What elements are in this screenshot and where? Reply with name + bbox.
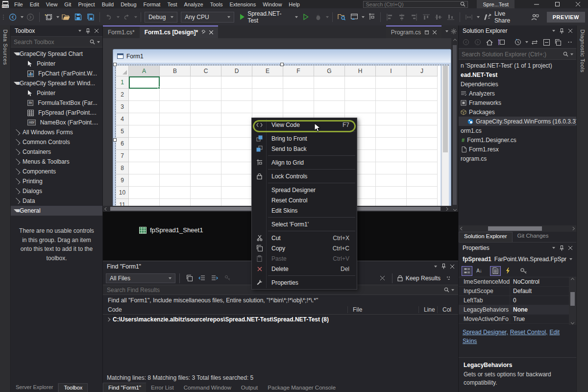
grid-cell[interactable] <box>252 101 283 113</box>
grid-cell[interactable] <box>191 76 221 89</box>
toolbar-overflow-caret[interactable] <box>477 16 480 18</box>
tab-program-cs[interactable]: Program.cs <box>386 26 441 38</box>
property-row[interactable]: MoveActiveOnFo True <box>459 315 576 324</box>
row-header-3[interactable]: 3 <box>116 101 129 113</box>
toolbox-item-pointer-2[interactable]: Pointer <box>11 88 102 98</box>
column-header[interactable]: H <box>345 66 376 76</box>
grid-cell[interactable] <box>376 150 407 162</box>
solexp-horizontal-scrollbar[interactable] <box>459 225 576 232</box>
menu-tools[interactable]: Tools <box>207 0 226 8</box>
solexp-preview-icon[interactable] <box>553 36 564 48</box>
menu-analyze[interactable]: Analyze <box>181 0 207 8</box>
grid-cell[interactable] <box>407 150 438 162</box>
menu-build[interactable]: Build <box>98 0 117 8</box>
find-in-files-button[interactable] <box>336 11 347 23</box>
close-tab-icon[interactable] <box>433 30 437 34</box>
grid-cell[interactable] <box>129 125 160 138</box>
solexp-pin-icon[interactable] <box>558 27 566 35</box>
menu-format[interactable]: Format <box>140 0 164 8</box>
grid-cell[interactable] <box>252 89 283 101</box>
toolbox-group-common-controls[interactable]: Common Controls <box>11 137 102 147</box>
toolbox-item-formulatextbox[interactable]: fx FormulaTextBox (Far... <box>11 98 102 108</box>
start-without-debug-button[interactable] <box>300 11 311 23</box>
solexp-node-form1-resx[interactable]: Form1.resx <box>459 145 576 154</box>
expand-all-icon[interactable] <box>209 272 220 284</box>
grid-cell[interactable] <box>160 101 191 113</box>
grid-cell[interactable] <box>283 101 314 113</box>
properties-vertical-scrollbar[interactable] <box>569 277 576 325</box>
align-centers-button[interactable] <box>396 11 407 23</box>
solexp-pending-changes-filter-icon[interactable] <box>513 36 523 48</box>
column-header[interactable]: J <box>407 66 438 76</box>
toolbar-grip[interactable] <box>3 15 4 20</box>
maximize-button[interactable] <box>547 0 567 8</box>
grid-cell[interactable] <box>314 101 345 113</box>
grid-cell[interactable] <box>376 162 407 174</box>
grid-cell[interactable] <box>221 76 252 89</box>
grid-cell[interactable] <box>407 113 438 125</box>
menu-item-bring-to-front[interactable]: Bring to Front <box>252 133 356 144</box>
toolbox-group-spread-winforms[interactable]: GrapeCity Spread for Wind... <box>11 78 102 88</box>
redo-button[interactable] <box>121 11 132 23</box>
grid-cell[interactable] <box>376 138 407 150</box>
grid-cell[interactable] <box>376 125 407 138</box>
row-header-5[interactable]: 5 <box>116 125 129 138</box>
align-to-grid-toolbar-button[interactable] <box>366 11 377 23</box>
properties-menu-caret[interactable] <box>549 244 558 252</box>
solexp-node-solution[interactable]: n 'Spread.NET-Test' (1 of 1 project) <box>459 61 576 70</box>
toolbox-search[interactable] <box>11 36 102 48</box>
grid-cell[interactable] <box>252 76 283 89</box>
make-same-size-button[interactable] <box>464 11 474 23</box>
tab-package-manager-console[interactable]: Package Manager Console <box>263 383 341 392</box>
select-all-corner[interactable] <box>116 66 129 76</box>
toolbox-group-general[interactable]: General <box>11 206 102 216</box>
menu-git[interactable]: Git <box>61 0 74 8</box>
navigate-back-caret[interactable] <box>21 16 24 18</box>
row-header-8[interactable]: 8 <box>116 162 129 174</box>
preview-button[interactable]: PREVIEW <box>547 12 585 23</box>
grid-cell[interactable] <box>407 125 438 138</box>
menu-item-view-code[interactable]: View Code F7 <box>252 120 356 130</box>
open-file-button[interactable] <box>61 11 72 23</box>
active-cell-a1[interactable] <box>129 76 160 89</box>
toolbox-item-fpchart[interactable]: FpChart (FarPoint.W... <box>11 69 102 78</box>
resize-handle-left-middle[interactable] <box>113 138 117 142</box>
grid-cell[interactable] <box>129 174 160 187</box>
solexp-forward-icon[interactable] <box>472 36 483 48</box>
row-header-7[interactable]: 7 <box>116 150 129 162</box>
grid-cell[interactable] <box>191 138 221 150</box>
grid-cell[interactable] <box>129 101 160 113</box>
solexp-node-program-cs[interactable]: rogram.cs <box>459 154 576 163</box>
column-code[interactable]: Code <box>103 306 348 313</box>
grid-cell[interactable] <box>221 113 252 125</box>
find-close-icon[interactable] <box>448 263 456 270</box>
menu-item-cut[interactable]: Cut Ctrl+X <box>252 233 356 243</box>
find-overflow-icon[interactable] <box>443 272 454 284</box>
solexp-back-icon[interactable] <box>461 36 471 48</box>
grid-cell[interactable] <box>221 150 252 162</box>
find-scope-dropdown[interactable]: All Files <box>106 273 175 283</box>
property-row[interactable]: LeftTab 0 <box>459 296 576 305</box>
grid-cell[interactable] <box>221 187 252 199</box>
solution-explorer-search[interactable] <box>459 49 576 60</box>
tab-toolbox[interactable]: Toolbox <box>58 383 88 392</box>
solexp-filter-caret[interactable] <box>525 41 528 43</box>
keep-results-button[interactable]: Keep Results <box>396 272 441 284</box>
column-header[interactable]: E <box>252 66 283 76</box>
grid-cell[interactable] <box>221 162 252 174</box>
hot-reload-button[interactable] <box>313 11 323 23</box>
spread-vertical-scrollbar[interactable] <box>441 66 449 212</box>
solexp-node-grapecity-package[interactable]: GrapeCity.Spread.WinForms (16.0.3.3) <box>459 117 576 126</box>
menu-view[interactable]: View <box>43 0 61 8</box>
tab-git-changes[interactable]: Git Changes <box>513 232 554 242</box>
toolbox-item-fpspread[interactable]: FpSpread (FarPoint.... <box>11 108 102 118</box>
menu-item-properties[interactable]: Properties <box>252 277 356 288</box>
solexp-node-frameworks[interactable]: Frameworks <box>459 98 576 107</box>
grid-cell[interactable] <box>191 150 221 162</box>
solexp-node-project[interactable]: ead.NET-Test <box>459 70 576 79</box>
toolbox-group-components[interactable]: Components <box>11 167 102 176</box>
grid-cell[interactable] <box>191 187 221 199</box>
menu-file[interactable]: File <box>11 0 26 8</box>
menu-item-send-to-back[interactable]: Send to Back <box>252 144 356 154</box>
menu-project[interactable]: Project <box>74 0 98 8</box>
